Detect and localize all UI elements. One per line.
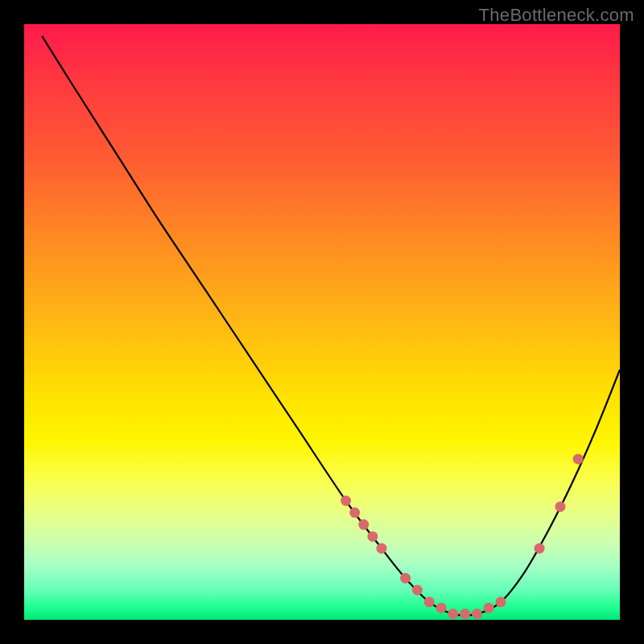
highlight-dot [535,543,545,554]
highlight-dot [460,609,470,619]
highlight-dot [436,603,447,613]
highlight-dot [424,597,435,607]
highlight-dot [555,502,566,512]
highlight-dot [573,454,584,464]
highlight-dot [448,609,458,619]
highlight-dot [496,597,506,607]
plot-area [24,24,620,620]
watermark-text: TheBottleneck.com [479,5,634,26]
highlight-dot [377,543,387,554]
highlight-dot [400,573,411,584]
highlight-dots [341,454,584,619]
highlight-dot [349,507,360,518]
highlight-dot [358,519,369,530]
highlight-dot [412,585,423,596]
chart-overlay [24,24,620,620]
highlight-dot [484,603,494,613]
highlight-dot [367,531,378,542]
highlight-dot [341,496,351,506]
chart-frame: TheBottleneck.com [0,0,644,644]
highlight-dot [472,609,482,619]
bottleneck-curve [42,36,620,616]
